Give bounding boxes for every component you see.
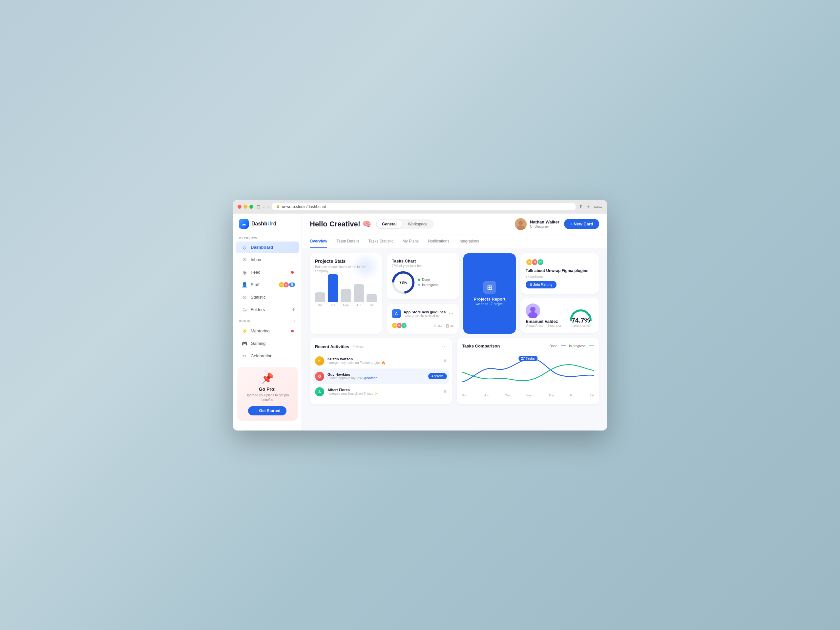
projects-report-card: ⊞ Projects Report we done 17 project (463, 253, 516, 334)
rooms-section-label: ROOMS (239, 319, 252, 322)
nav-tab-my-plans[interactable]: My Plans (403, 235, 419, 248)
app-stats-row: ☐ 152 📋 36 (434, 324, 453, 327)
activities-header-left: Recent Activities 3 News (315, 344, 363, 349)
activities-more-icon[interactable]: ⋯ (442, 344, 447, 350)
activities-header: Recent Activities 3 News ⋯ (315, 344, 447, 350)
activity-options-kristin[interactable]: ⚙ (444, 358, 447, 363)
sidebar-item-dashboard[interactable]: ◇ Dashboard (235, 242, 299, 253)
projects-report-icon: ⊞ (483, 281, 496, 294)
right-column: A B C Talk about Unwrap Figma plugins 27… (520, 253, 599, 334)
sidebar-item-statistic[interactable]: ⊙ Statistic (235, 291, 299, 303)
sidebar-item-staff[interactable]: 👤 Staff K M 5 (235, 279, 299, 291)
sidebar-item-celebrating[interactable]: ✂ Celebrating (235, 350, 299, 362)
activity-text-kristin: I merged my tasks on Feelan project 🔥 (327, 361, 441, 365)
bottom-grid: Recent Activities 3 News ⋯ K Kristin Wat… (310, 338, 599, 404)
activities-title: Recent Activities (315, 344, 349, 349)
gaming-icon: 🎮 (242, 341, 248, 346)
bar-mar: Mar (315, 292, 325, 307)
bar-jun-fill (354, 284, 364, 302)
gauge-wrapper: 74.7% Tasks Overall (568, 304, 594, 327)
nav-tab-notifications[interactable]: Notifications (428, 235, 449, 248)
user-card-name: Emanuel Valdez (526, 319, 564, 324)
tab-workspace[interactable]: Workspace (403, 220, 433, 228)
day-sat: Sat (589, 394, 594, 397)
sidebar-item-feed[interactable]: ◉ Feed (235, 267, 299, 278)
url-bar[interactable]: 🔒 unwrap.studio/dashboard (272, 203, 576, 210)
sidebar-label-inbox: Inbox (251, 257, 261, 262)
sidebar-label-celebrating: Celebrating (251, 354, 273, 358)
day-sun: Sun (462, 394, 467, 397)
sidebar-item-inbox[interactable]: ✉ Inbox (235, 254, 299, 266)
day-mon: Mon (483, 394, 489, 397)
bar-mar-label: Mar (317, 303, 323, 307)
share-icon[interactable]: ⬆ (579, 204, 583, 210)
nav-back[interactable]: ‹ (263, 204, 265, 209)
logo-icon: ☁ (239, 219, 249, 229)
minimize-dot[interactable] (243, 205, 248, 209)
menu-icon[interactable]: ▭▭ (594, 204, 602, 210)
app-more-icon[interactable]: ⋯ (449, 311, 453, 316)
gopro-card: 📌 Go Pro! Upgrade your plans to get pro … (237, 367, 298, 421)
new-tab-icon[interactable]: ＋ (586, 204, 591, 210)
projects-report-title: Projects Report (474, 297, 506, 302)
activity-name-albert: Albert Flores (327, 388, 441, 392)
gopro-subtitle: Upgrade your plans to get pro benefits (242, 393, 292, 402)
logo: ☁ DashbUrd (233, 219, 302, 234)
nav-tab-team-details[interactable]: Team Details (336, 235, 359, 248)
activity-item-kristin: K Kristin Watson I merged my tasks on Fe… (315, 354, 447, 368)
maximize-dot[interactable] (249, 205, 253, 209)
sidebar-label-folders: Folders (251, 307, 265, 312)
app-store-left: A App Store new guidlines About 3 months… (392, 309, 445, 318)
user-role: UI Designer (530, 224, 559, 228)
meeting-avatar-3: C (537, 259, 544, 266)
role-to: Illustrator (548, 324, 561, 327)
activity-info-kristin: Kristin Watson I merged my tasks on Feel… (327, 357, 441, 365)
meeting-participants: 27 participant (526, 275, 594, 278)
rooms-add-button[interactable]: + (293, 318, 296, 324)
gopro-pin-icon: 📌 (261, 372, 274, 385)
donut-legend: Done In progress (418, 278, 438, 287)
header-right: Nathan Walker UI Designer + New Card (515, 218, 599, 230)
new-card-button[interactable]: + New Card (564, 219, 599, 229)
tab-general[interactable]: General (377, 220, 402, 228)
tasks-value: 152 (437, 324, 442, 327)
sidebar-label-dashboard: Dashboard (251, 245, 273, 250)
nav-sidebar-toggle[interactable]: ⊟ (257, 204, 261, 209)
page-header: Hello Creative! 🧠 General Workspace (302, 214, 607, 235)
nav-tab-overview[interactable]: Overview (310, 235, 327, 248)
user-details: Nathan Walker UI Designer (530, 219, 559, 228)
svg-point-1 (518, 221, 523, 225)
activity-info-albert: Albert Flores I created new branch on Th… (327, 388, 441, 395)
sidebar-item-folders[interactable]: 🗂 Folders + (235, 304, 299, 315)
bar-jun: Jun (354, 284, 364, 307)
bar-may: May (341, 289, 351, 307)
header-tabs: General Workspace (376, 219, 434, 229)
app-store-title: App Store new guidlines (404, 310, 445, 314)
user-card-role: Visual Artist → Illustrator (526, 324, 564, 327)
sidebar-label-mentoring: Mentoring (251, 328, 270, 333)
activity-options-albert[interactable]: ⚙ (444, 390, 447, 394)
approve-button[interactable]: Approve (428, 373, 447, 379)
app-layout: ☁ DashbUrd OVERVIEW ◇ Dashboard ✉ Inbox … (233, 214, 607, 431)
legend-in-progress: In progress (418, 283, 438, 287)
gopro-button[interactable]: → Get Started (248, 406, 286, 415)
join-meeting-button[interactable]: ⊞ Join Metting (526, 281, 556, 289)
user-card-text: Emanuel Valdez Visual Artist → Illustrat… (526, 319, 564, 327)
app-store-bottom: K M J ☐ 152 � (392, 321, 453, 328)
logo-text: DashbUrd (251, 221, 276, 227)
nav-tab-tasks-statistic[interactable]: Tasks Statistic (368, 235, 393, 248)
sidebar-item-gaming[interactable]: 🎮 Gaming (235, 338, 299, 349)
main-content: Hello Creative! 🧠 General Workspace (302, 214, 607, 431)
meeting-title: Talk about Unwrap Figma plugins (526, 268, 594, 274)
folders-add-icon[interactable]: + (292, 306, 295, 313)
nav-tab-integrations[interactable]: Integrations (459, 235, 479, 248)
close-dot[interactable] (238, 205, 242, 209)
app-tasks-count: ☐ 152 (434, 324, 442, 327)
nav-forward[interactable]: › (267, 204, 269, 209)
gopro-title: Go Pro! (259, 387, 276, 392)
sidebar: ☁ DashbUrd OVERVIEW ◇ Dashboard ✉ Inbox … (233, 214, 302, 431)
sidebar-item-mentoring[interactable]: ⚡ Mentoring (235, 325, 299, 337)
projects-stats-card: Projects Stats Balance of downloads of t… (310, 253, 382, 334)
day-tue: Tue (505, 394, 510, 397)
tasks-chart-title: Tasks Chart (392, 259, 453, 264)
